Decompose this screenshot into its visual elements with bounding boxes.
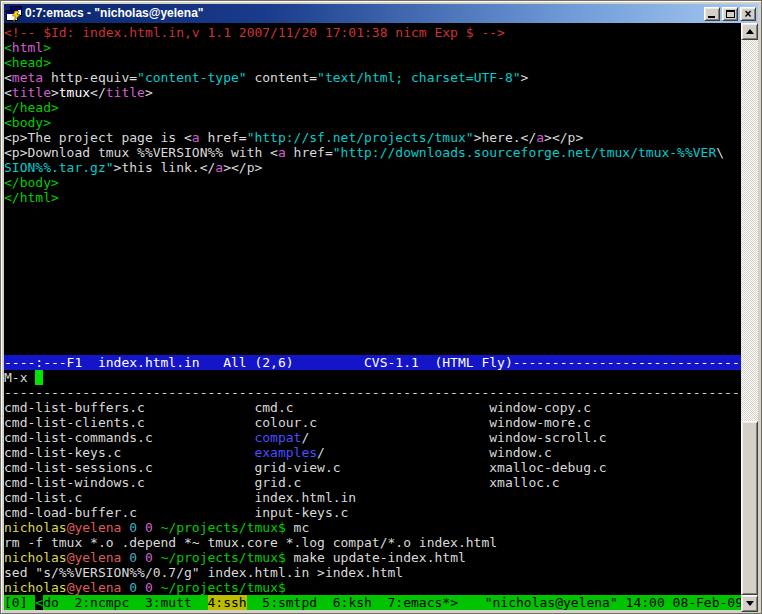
tmux-status-bar: [0] <do 2:ncmpc 3:mutt 4:ssh 5:smtpd 6:k… xyxy=(4,595,743,610)
text-segment: make update-index.html xyxy=(286,550,466,565)
text-segment: compat xyxy=(254,430,301,445)
text-segment: \ xyxy=(716,145,724,160)
text-segment: cmd-list-clients.c colour.c window-more.… xyxy=(4,415,591,430)
file-list-line: cmd-list-keys.c examples/ window.c xyxy=(4,445,743,460)
emacs-code-line: </html> xyxy=(4,190,743,205)
text-segment: content= xyxy=(247,70,317,85)
file-list-line: cmd-list-commands.c compat/ window-scrol… xyxy=(4,430,743,445)
text-segment: a xyxy=(278,145,286,160)
text-segment: > xyxy=(521,70,529,85)
close-button[interactable]: × xyxy=(740,7,756,21)
text-segment: "http://sf.net/projects/tmux" xyxy=(247,130,474,145)
text-segment: ~/projects/tmux$ xyxy=(161,550,286,565)
text-segment: href= xyxy=(286,145,333,160)
emacs-code-line: <title>tmux</title> xyxy=(4,85,743,100)
text-segment: title xyxy=(106,85,145,100)
empty-line xyxy=(4,265,743,280)
text-segment: @yelena xyxy=(67,550,122,565)
scrollbar-down-button[interactable] xyxy=(741,595,758,612)
text-segment: ></p> xyxy=(544,130,583,145)
scrollbar-up-button[interactable] xyxy=(741,23,758,40)
text-segment: / window.c xyxy=(317,445,552,460)
text-segment: cmd-list-commands.c xyxy=(4,430,254,445)
text-segment: < xyxy=(4,85,12,100)
text-segment: ----:---F1 index.html.in All (2,6) CVS-1… xyxy=(4,355,743,370)
minimize-icon xyxy=(708,16,715,18)
shell-output-line: sed "s/%%VERSION%%/0.7/g" index.html.in … xyxy=(4,565,743,580)
text-segment: sed "s/%%VERSION%%/0.7/g" index.html.in … xyxy=(4,565,403,580)
text-segment: </body> xyxy=(4,175,59,190)
window-title: 0:7:emacs - "nicholas@yelena" xyxy=(25,4,700,23)
text-segment: nicholas xyxy=(4,520,67,535)
text-segment: <!-- $Id: index.html.in,v 1.1 2007/11/20… xyxy=(4,25,505,40)
shell-prompt-line: nicholas@yelena 0 0 ~/projects/tmux$ mc xyxy=(4,520,743,535)
truncation-marker: < xyxy=(35,595,43,610)
text-segment: href= xyxy=(200,130,247,145)
text-segment: cmd-list-sessions.c grid-view.c xmalloc-… xyxy=(4,460,607,475)
text-segment: nicholas xyxy=(4,550,67,565)
text-segment: < xyxy=(4,70,12,85)
emacs-code-line: <body> xyxy=(4,115,743,130)
text-segment: 0 xyxy=(129,580,137,595)
text-segment: < xyxy=(4,40,12,55)
text-segment: cmd-list.c index.html.in xyxy=(4,490,356,505)
title-bar[interactable]: 0:7:emacs - "nicholas@yelena" × xyxy=(4,4,758,23)
text-segment: 0 xyxy=(145,520,153,535)
empty-line xyxy=(4,220,743,235)
scrollbar-thumb[interactable] xyxy=(741,421,758,595)
text-segment xyxy=(137,520,145,535)
pane-separator: ----------------------------------------… xyxy=(4,385,743,400)
text-segment: ~/projects/tmux$ xyxy=(161,580,286,595)
text-segment: ></p> xyxy=(223,160,262,175)
emacs-code-line: <meta http-equiv="content-type" content=… xyxy=(4,70,743,85)
text-segment: </ xyxy=(90,85,106,100)
window-list-right: 5:smtpd 6:ksh 7:emacs*> xyxy=(247,595,458,610)
scrollbar[interactable] xyxy=(741,23,758,612)
empty-line xyxy=(4,340,743,355)
text-segment xyxy=(137,580,145,595)
text-segment: cmd-list-windows.c grid.c xmalloc.c xyxy=(4,475,560,490)
text-segment: ~/projects/tmux$ xyxy=(161,520,286,535)
text-segment: <body> xyxy=(4,115,51,130)
text-segment: M-x xyxy=(4,370,35,385)
maximize-button[interactable] xyxy=(722,7,738,21)
emacs-comment-line: <!-- $Id: index.html.in,v 1.1 2007/11/20… xyxy=(4,25,743,40)
text-segment: "text/html; charset=UTF-8" xyxy=(317,70,521,85)
file-list-line: cmd-list-sessions.c grid-view.c xmalloc-… xyxy=(4,460,743,475)
text-segment: a xyxy=(215,160,223,175)
emacs-code-line: <p>The project page is <a href="http://s… xyxy=(4,130,743,145)
text-segment: > xyxy=(43,40,51,55)
putty-terminal-icon xyxy=(6,6,22,22)
text-segment: cmd-list-keys.c xyxy=(4,445,254,460)
cursor-block xyxy=(35,370,43,385)
text-segment: >this link.</ xyxy=(114,160,216,175)
text-segment: tmux xyxy=(59,85,90,100)
tmux-status-right: "nicholas@yelena" 14:00 08-Feb-09 xyxy=(485,595,743,610)
emacs-code-line: <p>Download tmux %%VERSION%% with <a hre… xyxy=(4,145,743,160)
emacs-mode-line: ----:---F1 index.html.in All (2,6) CVS-1… xyxy=(4,355,743,370)
text-segment: "http://downloads.sourceforge.net/tmux/t… xyxy=(333,145,717,160)
session-name: [0] xyxy=(4,595,35,610)
text-segment: 0 xyxy=(129,520,137,535)
text-segment: <p>Download tmux %%VERSION%% with < xyxy=(4,145,278,160)
text-segment: html xyxy=(12,40,43,55)
text-segment: </html> xyxy=(4,190,59,205)
empty-line xyxy=(4,280,743,295)
scrollbar-track[interactable] xyxy=(741,40,758,595)
empty-line xyxy=(4,235,743,250)
minimize-button[interactable] xyxy=(704,7,720,21)
text-segment: >here.</ xyxy=(474,130,537,145)
emacs-code-line: </body> xyxy=(4,175,743,190)
file-list-line: cmd-list-buffers.c cmd.c window-copy.c xyxy=(4,400,743,415)
text-segment: a xyxy=(192,130,200,145)
emacs-minibuffer: M-x xyxy=(4,370,743,385)
arrow-up-icon xyxy=(746,29,754,34)
text-segment: nicholas xyxy=(4,580,67,595)
terminal-screen[interactable]: <!-- $Id: index.html.in,v 1.1 2007/11/20… xyxy=(4,23,743,595)
arrow-down-icon xyxy=(746,601,754,606)
shell-prompt-line: nicholas@yelena 0 0 ~/projects/tmux$ xyxy=(4,580,743,595)
text-segment xyxy=(153,550,161,565)
text-segment: rm -f tmux *.o .depend *~ tmux.core *.lo… xyxy=(4,535,497,550)
empty-line xyxy=(4,250,743,265)
text-segment: title xyxy=(12,85,51,100)
